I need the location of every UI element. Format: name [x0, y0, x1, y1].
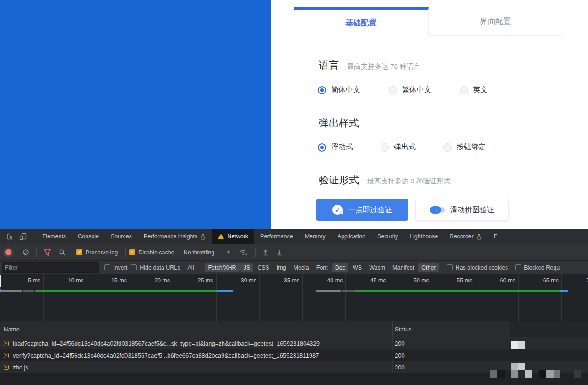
- table-header[interactable]: Name Status -: [0, 321, 588, 337]
- invert-checkbox[interactable]: [104, 264, 110, 270]
- filter-type-fetch-xhr[interactable]: Fetch/XHR: [205, 263, 239, 272]
- network-request-row[interactable]: load?captcha_id=24f56dc13c40dc4a02fd0318…: [0, 337, 588, 349]
- timeline-gridline: [389, 274, 389, 321]
- radio-selected-icon[interactable]: [318, 86, 326, 94]
- timeline-gridline: [475, 274, 475, 321]
- radio-option-label: 弹出式: [394, 143, 416, 152]
- column-divider[interactable]: [392, 321, 393, 337]
- hide-data-urls-label[interactable]: Hide data URLs: [140, 264, 180, 271]
- filter-type-wasm[interactable]: Wasm: [366, 263, 388, 272]
- devtools-panel: ElementsConsoleSourcesPerformance insigh…: [0, 229, 588, 385]
- disable-cache-checkbox[interactable]: ✓: [129, 249, 135, 255]
- radio-selected-icon[interactable]: [318, 143, 326, 152]
- status-column-header[interactable]: Status: [395, 326, 412, 333]
- devtools-tab-recorder[interactable]: Recorder: [444, 229, 487, 244]
- radio-option-按钮绑定[interactable]: 按钮绑定: [443, 143, 506, 152]
- import-har-icon[interactable]: [262, 249, 269, 256]
- request-status: 200: [395, 364, 405, 371]
- overview-request-bar-segment: [316, 290, 341, 292]
- network-overview-timeline[interactable]: 5 ms10 ms15 ms20 ms25 ms30 ms35 ms40 ms4…: [0, 274, 588, 321]
- record-network-log-icon[interactable]: [5, 249, 11, 255]
- radio-icon[interactable]: [389, 86, 397, 94]
- name-column-header[interactable]: Name: [4, 326, 20, 333]
- devtools-tab-elements[interactable]: Elements: [36, 229, 72, 244]
- devtools-tab-list: ElementsConsoleSourcesPerformance insigh…: [36, 229, 503, 244]
- radio-option-英文[interactable]: 英文: [460, 85, 531, 95]
- devtools-tab-e[interactable]: E: [488, 229, 503, 244]
- tab-ui-config[interactable]: 界面配置: [429, 7, 563, 36]
- filter-type-js[interactable]: JS: [240, 263, 254, 272]
- radio-icon[interactable]: [381, 143, 389, 152]
- radio-option-弹出式[interactable]: 弹出式: [381, 143, 443, 152]
- divider: [255, 248, 256, 257]
- devtools-tab-performance-insights[interactable]: Performance insights: [138, 229, 212, 244]
- disable-cache-label[interactable]: Disable cache: [138, 249, 174, 256]
- devtools-tab-performance[interactable]: Performance: [254, 229, 299, 244]
- preserve-log-label[interactable]: Preserve log: [86, 249, 118, 256]
- search-icon[interactable]: [59, 249, 66, 256]
- slide-puzzle-verify-button[interactable]: → 滑动拼图验证: [415, 199, 509, 221]
- column-divider[interactable]: [510, 321, 510, 337]
- devtools-tab-label: Performance insights: [144, 233, 197, 240]
- has-blocked-cookies-checkbox[interactable]: [447, 264, 453, 270]
- warning-icon: [218, 233, 224, 240]
- one-click-verify-button[interactable]: ✓ 一点即过验证: [316, 199, 408, 221]
- devtools-tab-label: E: [494, 233, 497, 240]
- throttling-value: No throttling: [184, 249, 214, 256]
- filter-type-other[interactable]: Other: [418, 263, 439, 272]
- filter-type-font[interactable]: Font: [313, 263, 331, 272]
- radio-icon[interactable]: [443, 143, 452, 152]
- radio-option-浮动式[interactable]: 浮动式: [318, 143, 381, 152]
- hide-data-urls-checkbox[interactable]: [131, 264, 137, 270]
- devtools-tab-memory[interactable]: Memory: [299, 229, 332, 244]
- radio-option-简体中文[interactable]: 简体中文: [318, 85, 389, 95]
- popup-style-options: 浮动式弹出式按钮绑定: [318, 143, 506, 152]
- devtools-tab-console[interactable]: Console: [72, 229, 105, 244]
- filter-funnel-icon[interactable]: [44, 249, 51, 256]
- column-divider: [392, 361, 393, 373]
- divider: [33, 232, 33, 241]
- devtools-tab-lighthouse[interactable]: Lighthouse: [404, 229, 444, 244]
- overview-request-bar-segment: [217, 290, 233, 292]
- filter-type-ws[interactable]: WS: [349, 263, 365, 272]
- filter-type-media[interactable]: Media: [290, 263, 312, 272]
- network-request-row[interactable]: zho.js200: [0, 361, 588, 373]
- network-request-row[interactable]: verify?captcha_id=24f56dc13c40dc4a02fd03…: [0, 349, 588, 361]
- tab-basic-config[interactable]: 基础配置: [294, 7, 429, 36]
- column-divider: [510, 361, 510, 373]
- invert-label[interactable]: Invert: [113, 264, 127, 271]
- timeline-tick-label: 5 ms: [2, 277, 40, 284]
- timeline-tick-label: 30 ms: [218, 277, 256, 284]
- clear-network-log-icon[interactable]: [22, 249, 29, 256]
- has-blocked-cookies-label[interactable]: Has blocked cookies: [456, 264, 508, 271]
- blocked-requests-checkbox[interactable]: [515, 264, 521, 270]
- filter-input[interactable]: [2, 262, 99, 273]
- radio-icon[interactable]: [460, 86, 468, 94]
- device-toolbar-icon[interactable]: [16, 231, 29, 242]
- radio-option-繁体中文[interactable]: 繁体中文: [389, 85, 460, 95]
- timeline-tick-label: 15 ms: [88, 277, 127, 284]
- blocked-requests-label[interactable]: Blocked Requ: [524, 264, 560, 271]
- popup-style-title: 弹出样式: [319, 116, 359, 130]
- devtools-tab-security[interactable]: Security: [371, 229, 404, 244]
- devtools-tab-label: Lighthouse: [410, 233, 438, 240]
- devtools-tab-network[interactable]: Network: [212, 229, 254, 244]
- preserve-log-checkbox[interactable]: ✓: [76, 249, 82, 255]
- devtools-tab-application[interactable]: Application: [332, 229, 371, 244]
- filter-type-manifest[interactable]: Manifest: [389, 263, 417, 272]
- export-har-icon[interactable]: [276, 249, 283, 256]
- inspect-element-icon[interactable]: [4, 231, 16, 242]
- filter-type-doc[interactable]: Doc: [332, 263, 348, 272]
- throttling-select[interactable]: No throttling ▼: [184, 249, 231, 256]
- devtools-tab-sources[interactable]: Sources: [105, 229, 138, 244]
- filter-type-all[interactable]: All: [185, 263, 197, 272]
- timeline-gridline: [216, 274, 217, 321]
- devtools-tab-label: Recorder: [450, 233, 473, 240]
- popup-style-section-header: 弹出样式: [319, 116, 359, 130]
- filter-type-img[interactable]: Img: [273, 263, 289, 272]
- filter-type-css[interactable]: CSS: [254, 263, 272, 272]
- devtools-tab-label: Network: [227, 233, 248, 240]
- devtools-tab-label: Sources: [111, 233, 132, 240]
- network-conditions-icon[interactable]: [239, 249, 248, 256]
- language-title: 语言: [319, 59, 339, 72]
